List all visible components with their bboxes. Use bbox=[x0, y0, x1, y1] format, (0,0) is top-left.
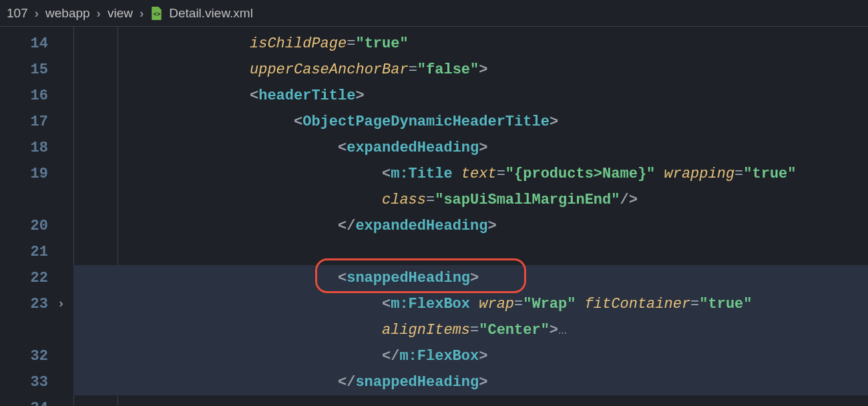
token-attr: wrapping bbox=[664, 166, 734, 182]
code-line[interactable] bbox=[73, 395, 868, 406]
token-punc: </ bbox=[382, 348, 399, 365]
token-fold: … bbox=[558, 322, 567, 339]
chevron-right-icon[interactable]: › bbox=[57, 291, 65, 317]
token-eq bbox=[655, 166, 664, 182]
line-number: 15 bbox=[0, 57, 53, 83]
token-tag: m:FlexBox bbox=[399, 348, 479, 365]
token-attr: text bbox=[461, 166, 497, 182]
line-number: 21 bbox=[0, 239, 53, 265]
token-punc: > bbox=[550, 322, 558, 339]
token-eq: = bbox=[734, 166, 743, 182]
code-line[interactable]: upperCaseAnchorBar="false"> bbox=[73, 57, 868, 83]
token-punc: </ bbox=[338, 374, 355, 391]
line-number: 17 bbox=[0, 109, 53, 135]
token-str: "Wrap" bbox=[523, 296, 576, 313]
line-number: 32 bbox=[0, 343, 53, 369]
token-eq: = bbox=[470, 322, 479, 339]
line-number: 14 bbox=[0, 31, 53, 57]
code-line[interactable]: </expandedHeading> bbox=[73, 213, 868, 239]
fold-marker-slot[interactable] bbox=[53, 213, 73, 239]
token-str: "false" bbox=[417, 61, 479, 78]
token-punc: > bbox=[355, 87, 364, 104]
token-punc: > bbox=[550, 114, 558, 130]
token-punc: </ bbox=[338, 218, 355, 234]
line-number: 34 bbox=[0, 395, 53, 406]
token-eq bbox=[453, 166, 461, 182]
code-line[interactable]: <headerTitle> bbox=[73, 83, 868, 109]
token-punc: < bbox=[294, 114, 302, 130]
token-punc: > bbox=[487, 218, 496, 234]
breadcrumb-item[interactable]: view bbox=[107, 6, 133, 21]
code-line[interactable] bbox=[73, 239, 868, 265]
fold-marker-slot[interactable] bbox=[53, 135, 73, 161]
token-punc: > bbox=[479, 348, 487, 365]
fold-marker-slot[interactable] bbox=[53, 83, 73, 109]
code-line[interactable]: isChildPage="true" bbox=[73, 31, 868, 57]
token-tag: snappedHeading bbox=[347, 270, 470, 286]
token-str: "true" bbox=[743, 166, 796, 182]
token-eq: = bbox=[514, 296, 523, 313]
token-tag: ObjectPageDynamicHeaderTitle bbox=[302, 114, 550, 130]
xml-file-icon: <> bbox=[150, 6, 164, 21]
token-tag: expandedHeading bbox=[347, 140, 479, 156]
fold-marker-slot[interactable] bbox=[53, 343, 73, 369]
token-tag: m:FlexBox bbox=[391, 296, 470, 313]
fold-marker-slot[interactable] bbox=[53, 239, 73, 265]
line-number: 33 bbox=[0, 369, 53, 395]
fold-marker-slot[interactable] bbox=[53, 57, 73, 83]
line-number: 23 bbox=[0, 291, 53, 317]
line-number-gutter: 14151617181920212223323334 bbox=[0, 27, 53, 406]
breadcrumb[interactable]: 107 › webapp › view › <> Detail.view.xml bbox=[0, 0, 868, 27]
token-tag: headerTitle bbox=[258, 87, 355, 104]
fold-marker-slot[interactable] bbox=[53, 187, 73, 213]
code-line[interactable]: <m:FlexBox wrap="Wrap" fitContainer="tru… bbox=[73, 291, 868, 317]
line-number: 20 bbox=[0, 213, 53, 239]
fold-marker-slot[interactable]: › bbox=[53, 291, 73, 317]
editor[interactable]: 14151617181920212223323334 › isChildPage… bbox=[0, 27, 868, 406]
token-attr: fitContainer bbox=[585, 296, 690, 313]
token-eq: = bbox=[347, 35, 355, 52]
code-line[interactable]: <ObjectPageDynamicHeaderTitle> bbox=[73, 109, 868, 135]
token-eq: = bbox=[497, 166, 505, 182]
fold-marker-slot[interactable] bbox=[53, 161, 73, 187]
chevron-right-icon: › bbox=[140, 6, 144, 21]
token-tag: snappedHeading bbox=[355, 374, 479, 391]
token-str: "{products>Name}" bbox=[505, 166, 655, 182]
breadcrumb-item[interactable]: 107 bbox=[7, 6, 28, 21]
token-eq: = bbox=[426, 192, 435, 208]
fold-marker-slot[interactable] bbox=[53, 265, 73, 291]
token-tag: m:Title bbox=[391, 166, 452, 182]
token-eq: = bbox=[690, 296, 699, 313]
folding-gutter[interactable]: › bbox=[53, 27, 73, 406]
code-line[interactable]: <snappedHeading> bbox=[73, 265, 868, 291]
code-line[interactable]: </m:FlexBox> bbox=[73, 343, 868, 369]
code-line[interactable]: class="sapUiSmallMarginEnd"/> bbox=[73, 187, 868, 213]
token-punc: > bbox=[479, 61, 487, 78]
breadcrumb-item[interactable]: webapp bbox=[45, 6, 90, 21]
fold-marker-slot[interactable] bbox=[53, 395, 73, 406]
code-line[interactable]: <m:Title text="{products>Name}" wrapping… bbox=[73, 161, 868, 187]
token-str: "sapUiSmallMarginEnd" bbox=[435, 192, 620, 208]
svg-text:<>: <> bbox=[154, 11, 160, 17]
token-eq bbox=[576, 296, 584, 313]
line-number: 16 bbox=[0, 83, 53, 109]
fold-marker-slot[interactable] bbox=[53, 369, 73, 395]
token-attr: upperCaseAnchorBar bbox=[250, 61, 409, 78]
token-eq bbox=[470, 296, 479, 313]
token-str: "true" bbox=[699, 296, 752, 313]
breadcrumb-file[interactable]: Detail.view.xml bbox=[169, 6, 253, 21]
token-tag: expandedHeading bbox=[355, 218, 487, 234]
token-attr: class bbox=[382, 192, 426, 208]
fold-marker-slot[interactable] bbox=[53, 31, 73, 57]
token-punc: < bbox=[382, 166, 391, 182]
token-punc: < bbox=[338, 270, 347, 286]
code-area[interactable]: isChildPage="true"upperCaseAnchorBar="fa… bbox=[73, 27, 868, 406]
token-punc: < bbox=[250, 87, 258, 104]
code-line[interactable]: </snappedHeading> bbox=[73, 369, 868, 395]
fold-marker-slot[interactable] bbox=[53, 109, 73, 135]
token-punc: /> bbox=[620, 192, 637, 208]
line-number bbox=[0, 317, 53, 343]
code-line[interactable]: <expandedHeading> bbox=[73, 135, 868, 161]
fold-marker-slot[interactable] bbox=[53, 317, 73, 343]
code-line[interactable]: alignItems="Center">… bbox=[73, 317, 868, 343]
